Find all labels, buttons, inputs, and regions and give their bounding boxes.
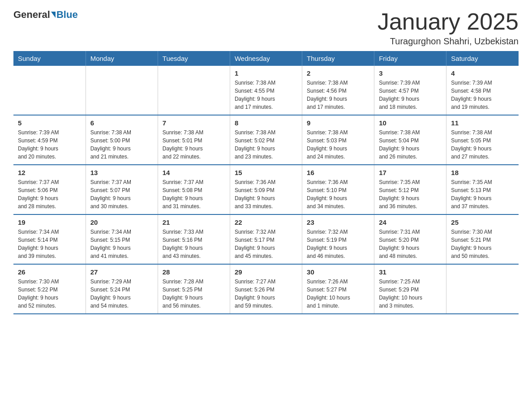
day-number: 22	[235, 218, 297, 226]
day-info: Sunrise: 7:29 AM Sunset: 5:24 PM Dayligh…	[90, 278, 153, 310]
calendar-cell: 28Sunrise: 7:28 AM Sunset: 5:25 PM Dayli…	[158, 264, 230, 314]
day-info: Sunrise: 7:28 AM Sunset: 5:25 PM Dayligh…	[163, 278, 225, 310]
day-info: Sunrise: 7:31 AM Sunset: 5:20 PM Dayligh…	[379, 228, 442, 260]
calendar-week-2: 5Sunrise: 7:39 AM Sunset: 4:59 PM Daylig…	[13, 115, 519, 165]
day-info: Sunrise: 7:36 AM Sunset: 5:09 PM Dayligh…	[235, 178, 297, 210]
calendar-cell	[13, 66, 86, 115]
calendar-cell: 18Sunrise: 7:35 AM Sunset: 5:13 PM Dayli…	[446, 165, 519, 214]
calendar-cell	[86, 66, 158, 115]
calendar-cell: 26Sunrise: 7:30 AM Sunset: 5:22 PM Dayli…	[13, 264, 86, 314]
day-number: 15	[235, 169, 297, 176]
day-number: 8	[235, 119, 297, 127]
calendar-cell: 13Sunrise: 7:37 AM Sunset: 5:07 PM Dayli…	[86, 165, 158, 214]
day-info: Sunrise: 7:35 AM Sunset: 5:13 PM Dayligh…	[451, 178, 514, 210]
day-info: Sunrise: 7:38 AM Sunset: 4:55 PM Dayligh…	[235, 79, 297, 111]
day-number: 20	[90, 218, 153, 226]
calendar-cell: 1Sunrise: 7:38 AM Sunset: 4:55 PM Daylig…	[230, 66, 302, 115]
calendar-week-1: 1Sunrise: 7:38 AM Sunset: 4:55 PM Daylig…	[13, 66, 519, 115]
calendar-cell: 5Sunrise: 7:39 AM Sunset: 4:59 PM Daylig…	[13, 115, 86, 165]
day-number: 31	[379, 268, 442, 276]
day-header-monday: Monday	[86, 51, 158, 66]
day-info: Sunrise: 7:25 AM Sunset: 5:29 PM Dayligh…	[379, 278, 442, 310]
day-number: 18	[451, 169, 514, 176]
day-number: 16	[307, 169, 369, 176]
day-info: Sunrise: 7:32 AM Sunset: 5:19 PM Dayligh…	[307, 228, 369, 260]
day-info: Sunrise: 7:36 AM Sunset: 5:10 PM Dayligh…	[307, 178, 369, 210]
day-info: Sunrise: 7:27 AM Sunset: 5:26 PM Dayligh…	[235, 278, 297, 310]
day-info: Sunrise: 7:37 AM Sunset: 5:06 PM Dayligh…	[18, 178, 81, 210]
day-info: Sunrise: 7:37 AM Sunset: 5:08 PM Dayligh…	[163, 178, 225, 210]
day-number: 7	[163, 119, 225, 127]
calendar-cell: 7Sunrise: 7:38 AM Sunset: 5:01 PM Daylig…	[158, 115, 230, 165]
calendar-cell: 9Sunrise: 7:38 AM Sunset: 5:03 PM Daylig…	[302, 115, 374, 165]
day-info: Sunrise: 7:37 AM Sunset: 5:07 PM Dayligh…	[90, 178, 153, 210]
calendar-cell: 29Sunrise: 7:27 AM Sunset: 5:26 PM Dayli…	[230, 264, 302, 314]
day-number: 17	[379, 169, 442, 176]
calendar-cell: 27Sunrise: 7:29 AM Sunset: 5:24 PM Dayli…	[86, 264, 158, 314]
day-info: Sunrise: 7:30 AM Sunset: 5:21 PM Dayligh…	[451, 228, 514, 260]
page-header: General Blue January 2025 Turagurghon Sh…	[13, 9, 519, 47]
day-number: 19	[18, 218, 81, 226]
day-info: Sunrise: 7:34 AM Sunset: 5:14 PM Dayligh…	[18, 228, 81, 260]
day-header-sunday: Sunday	[13, 51, 86, 66]
calendar-body: 1Sunrise: 7:38 AM Sunset: 4:55 PM Daylig…	[13, 66, 519, 314]
calendar-week-5: 26Sunrise: 7:30 AM Sunset: 5:22 PM Dayli…	[13, 264, 519, 314]
month-title: January 2025	[378, 9, 519, 34]
day-number: 24	[379, 218, 442, 226]
day-number: 30	[307, 268, 369, 276]
day-number: 13	[90, 169, 153, 176]
calendar-cell: 20Sunrise: 7:34 AM Sunset: 5:15 PM Dayli…	[86, 214, 158, 264]
day-info: Sunrise: 7:38 AM Sunset: 5:05 PM Dayligh…	[451, 128, 514, 161]
day-number: 10	[379, 119, 442, 127]
day-info: Sunrise: 7:39 AM Sunset: 4:57 PM Dayligh…	[379, 79, 442, 111]
calendar-cell: 10Sunrise: 7:38 AM Sunset: 5:04 PM Dayli…	[374, 115, 446, 165]
day-number: 23	[307, 218, 369, 226]
calendar-cell: 8Sunrise: 7:38 AM Sunset: 5:02 PM Daylig…	[230, 115, 302, 165]
calendar-cell: 6Sunrise: 7:38 AM Sunset: 5:00 PM Daylig…	[86, 115, 158, 165]
logo-blue-text: Blue	[56, 9, 78, 21]
day-header-tuesday: Tuesday	[158, 51, 230, 66]
logo-arrow-icon	[51, 12, 56, 18]
day-info: Sunrise: 7:30 AM Sunset: 5:22 PM Dayligh…	[18, 278, 81, 310]
calendar-table: SundayMondayTuesdayWednesdayThursdayFrid…	[13, 51, 519, 314]
day-info: Sunrise: 7:38 AM Sunset: 5:01 PM Dayligh…	[163, 128, 225, 161]
title-section: January 2025 Turagurghon Shahri, Uzbekis…	[378, 9, 519, 47]
calendar-cell: 23Sunrise: 7:32 AM Sunset: 5:19 PM Dayli…	[302, 214, 374, 264]
day-header-friday: Friday	[374, 51, 446, 66]
calendar-cell: 22Sunrise: 7:32 AM Sunset: 5:17 PM Dayli…	[230, 214, 302, 264]
day-number: 4	[451, 69, 514, 77]
calendar-cell: 4Sunrise: 7:39 AM Sunset: 4:58 PM Daylig…	[446, 66, 519, 115]
calendar-cell: 30Sunrise: 7:26 AM Sunset: 5:27 PM Dayli…	[302, 264, 374, 314]
day-info: Sunrise: 7:38 AM Sunset: 5:02 PM Dayligh…	[235, 128, 297, 161]
calendar-cell: 17Sunrise: 7:35 AM Sunset: 5:12 PM Dayli…	[374, 165, 446, 214]
calendar-cell: 2Sunrise: 7:38 AM Sunset: 4:56 PM Daylig…	[302, 66, 374, 115]
day-info: Sunrise: 7:32 AM Sunset: 5:17 PM Dayligh…	[235, 228, 297, 260]
calendar-cell: 12Sunrise: 7:37 AM Sunset: 5:06 PM Dayli…	[13, 165, 86, 214]
calendar-week-3: 12Sunrise: 7:37 AM Sunset: 5:06 PM Dayli…	[13, 165, 519, 214]
day-number: 1	[235, 69, 297, 77]
day-header-saturday: Saturday	[446, 51, 519, 66]
day-info: Sunrise: 7:35 AM Sunset: 5:12 PM Dayligh…	[379, 178, 442, 210]
calendar-cell: 15Sunrise: 7:36 AM Sunset: 5:09 PM Dayli…	[230, 165, 302, 214]
calendar-cell: 25Sunrise: 7:30 AM Sunset: 5:21 PM Dayli…	[446, 214, 519, 264]
day-number: 28	[163, 268, 225, 276]
calendar-cell	[158, 66, 230, 115]
calendar-cell: 3Sunrise: 7:39 AM Sunset: 4:57 PM Daylig…	[374, 66, 446, 115]
day-info: Sunrise: 7:26 AM Sunset: 5:27 PM Dayligh…	[307, 278, 369, 310]
calendar-cell: 19Sunrise: 7:34 AM Sunset: 5:14 PM Dayli…	[13, 214, 86, 264]
logo-general-text: General	[13, 9, 50, 21]
calendar-week-4: 19Sunrise: 7:34 AM Sunset: 5:14 PM Dayli…	[13, 214, 519, 264]
day-info: Sunrise: 7:39 AM Sunset: 4:59 PM Dayligh…	[18, 128, 81, 161]
day-number: 3	[379, 69, 442, 77]
day-info: Sunrise: 7:33 AM Sunset: 5:16 PM Dayligh…	[163, 228, 225, 260]
day-info: Sunrise: 7:34 AM Sunset: 5:15 PM Dayligh…	[90, 228, 153, 260]
day-number: 26	[18, 268, 81, 276]
calendar-header: SundayMondayTuesdayWednesdayThursdayFrid…	[13, 51, 519, 66]
calendar-cell: 11Sunrise: 7:38 AM Sunset: 5:05 PM Dayli…	[446, 115, 519, 165]
day-number: 11	[451, 119, 514, 127]
day-header-thursday: Thursday	[302, 51, 374, 66]
calendar-cell: 31Sunrise: 7:25 AM Sunset: 5:29 PM Dayli…	[374, 264, 446, 314]
location-subtitle: Turagurghon Shahri, Uzbekistan	[378, 36, 519, 47]
calendar-cell: 24Sunrise: 7:31 AM Sunset: 5:20 PM Dayli…	[374, 214, 446, 264]
day-number: 25	[451, 218, 514, 226]
